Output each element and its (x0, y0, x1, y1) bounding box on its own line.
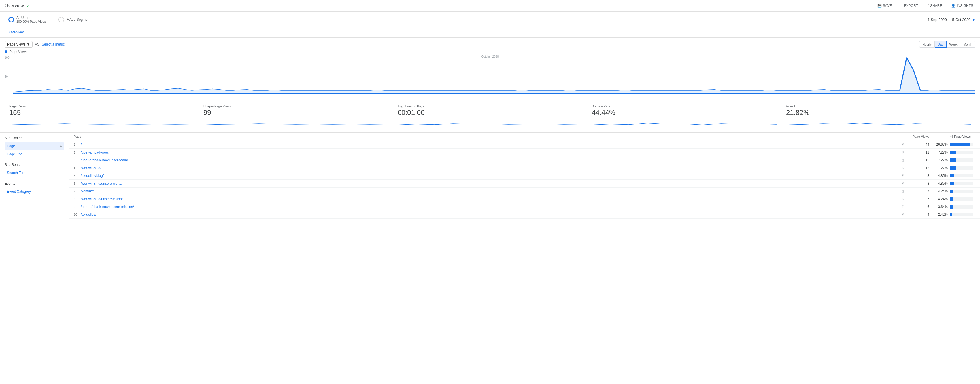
row-pct-bar (950, 174, 954, 178)
row-pct-container: 26.67% (929, 143, 975, 147)
row-page-link[interactable]: /über-africa-k-now/ (81, 151, 899, 154)
header: Overview ✓ 💾 SAVE ↑ EXPORT ⤴ SHARE 👤 INS… (0, 0, 980, 11)
stat-unique-label: Unique Page Views (204, 105, 388, 108)
add-segment-button[interactable]: + Add Segment (55, 15, 94, 24)
time-buttons: Hourly Day Week Month (919, 41, 975, 48)
select-metric-link[interactable]: Select a metric (42, 42, 65, 46)
save-button[interactable]: 💾 SAVE (875, 3, 894, 9)
row-pct-container: 2.42% (929, 213, 975, 217)
stat-unique-page-views: Unique Page Views 99 (199, 102, 393, 129)
day-button[interactable]: Day (935, 41, 947, 48)
legend-dot (5, 51, 8, 53)
nav-search-term-link[interactable]: Search Term (7, 171, 27, 175)
table-row: 6. /wer-wir-sind/unsere-werte/ ⎘ 8 4.85% (69, 180, 980, 187)
row-pct-bar-container (950, 197, 973, 201)
row-page-link[interactable]: /über-africa-k-now/unsere-mission/ (81, 205, 899, 209)
row-page-link[interactable]: /über-africa-k-now/unser-team/ (81, 158, 899, 162)
export-button[interactable]: ↑ EXPORT (899, 3, 920, 9)
row-link-icon: ⎘ (899, 213, 906, 217)
stat-page-views: Page Views 165 (5, 102, 199, 129)
stat-exit-value: 21.82% (786, 109, 971, 117)
right-table: Page Page Views % Page Views 1. / ⎘ 44 2… (69, 133, 980, 219)
row-num: 10. (74, 213, 81, 216)
row-pct-text: 3.64% (936, 205, 948, 209)
stat-bounce-label: Bounce Rate (592, 105, 776, 108)
events-title: Events (5, 181, 64, 186)
header-actions: 💾 SAVE ↑ EXPORT ⤴ SHARE 👤 INSIGHTS (875, 3, 975, 9)
row-page-link[interactable]: /wer-wir-sind/ (81, 166, 899, 170)
row-page-link[interactable]: /wer-wir-sind/unsere-vision/ (81, 197, 899, 201)
stats-row: Page Views 165 Unique Page Views 99 Avg.… (0, 99, 980, 133)
tab-bar: Overview (0, 28, 980, 38)
row-pct-bar (950, 182, 954, 185)
stat-page-views-sparkline (9, 118, 194, 127)
row-pct-container: 4.24% (929, 197, 975, 201)
row-pct-container: 7.27% (929, 151, 975, 154)
nav-item-page-title[interactable]: Page Title (5, 151, 64, 158)
row-link-icon: ⎘ (899, 197, 906, 201)
row-pct-container: 4.85% (929, 174, 975, 178)
row-pct-container: 4.24% (929, 189, 975, 193)
stat-avg-time-sparkline (398, 118, 582, 127)
y-label-50: 50 (5, 75, 10, 78)
nav-page-title-link[interactable]: Page Title (7, 152, 22, 156)
row-views: 44 (906, 143, 929, 147)
chart-area: 100 50 October 2020 (5, 55, 975, 95)
week-button[interactable]: Week (947, 41, 961, 48)
row-pct-bar-container (950, 190, 973, 193)
chart-y-labels: 100 50 (5, 55, 10, 95)
row-views: 7 (906, 189, 929, 193)
row-pct-container: 7.27% (929, 166, 975, 170)
row-pct-bar (950, 197, 953, 201)
date-range-dropdown[interactable]: ▼ (972, 17, 975, 22)
y-label-100: 100 (5, 56, 10, 59)
row-pct-text: 4.24% (936, 197, 948, 201)
content-section: Site Content Page ▶ Page Title Site Sear… (0, 133, 980, 219)
insights-button[interactable]: 👤 INSIGHTS (949, 3, 975, 9)
share-button[interactable]: ⤴ SHARE (925, 3, 944, 9)
row-page-link[interactable]: /wer-wir-sind/unsere-werte/ (81, 181, 899, 186)
month-button[interactable]: Month (960, 41, 975, 48)
page-title: Overview (5, 3, 24, 8)
row-pct-bar-container (950, 159, 973, 162)
nav-divider-1 (5, 160, 64, 160)
row-num: 8. (74, 197, 81, 201)
table-header: Page Page Views % Page Views (69, 133, 980, 141)
row-page-link[interactable]: /aktuelles/ (81, 213, 899, 217)
row-pct-bar-container (950, 205, 973, 209)
stat-avg-time-label: Avg. Time on Page (398, 105, 582, 108)
stat-exit-sparkline (786, 118, 971, 127)
nav-item-search-term[interactable]: Search Term (5, 169, 64, 176)
row-pct-bar-container (950, 143, 973, 146)
row-link-icon: ⎘ (899, 189, 906, 193)
header-left: Overview ✓ (5, 3, 30, 8)
row-num: 6. (74, 182, 81, 185)
overview-tab[interactable]: Overview (5, 28, 28, 37)
table-row: 9. /über-africa-k-now/unsere-mission/ ⎘ … (69, 203, 980, 211)
row-pct-bar (950, 166, 956, 170)
date-range-text: 1 Sep 2020 - 15 Oct 2020 (928, 17, 970, 22)
nav-item-event-category[interactable]: Event Category (5, 188, 64, 195)
stat-bounce-value: 44.44% (592, 109, 776, 117)
stat-avg-time-value: 00:01:00 (398, 109, 582, 117)
row-page-link[interactable]: /aktuelles/blog/ (81, 174, 899, 178)
table-row: 3. /über-africa-k-now/unser-team/ ⎘ 12 7… (69, 156, 980, 164)
row-pct-bar (950, 151, 956, 154)
metric-dropdown-icon: ▼ (27, 42, 30, 46)
nav-item-page[interactable]: Page ▶ (5, 142, 64, 150)
nav-event-category-link[interactable]: Event Category (7, 190, 31, 194)
row-pct-bar (950, 205, 953, 209)
col-page-header: Page (74, 135, 900, 138)
row-page-link[interactable]: / (81, 143, 899, 147)
row-page-link[interactable]: /kontakt/ (81, 189, 899, 193)
save-icon: 💾 (877, 4, 882, 8)
row-views: 8 (906, 181, 929, 186)
row-pct-bar-container (950, 213, 973, 216)
segment-circle (8, 17, 14, 22)
metric-select[interactable]: Page Views ▼ (5, 41, 33, 48)
hourly-button[interactable]: Hourly (919, 41, 935, 48)
chart-legend: Page Views (5, 50, 975, 54)
stat-bounce-sparkline (592, 118, 776, 127)
all-users-segment[interactable]: All Users 100.00% Page Views (5, 14, 50, 25)
chart-section: Page Views ▼ VS Select a metric Hourly D… (0, 38, 980, 99)
